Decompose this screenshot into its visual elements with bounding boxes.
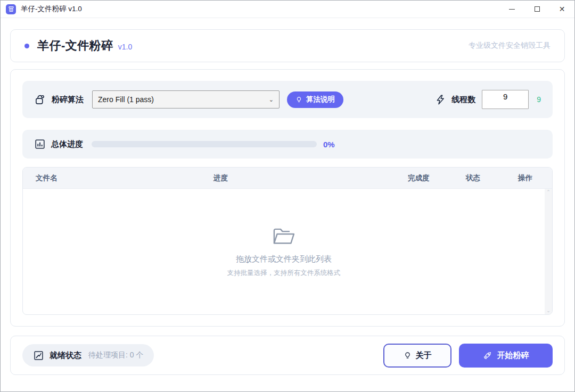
lightning-icon (435, 94, 446, 105)
app-logo-icon (6, 4, 16, 14)
window-title: 羊仔-文件粉碎 v1.0 (21, 4, 82, 14)
maximize-icon (535, 6, 540, 12)
empty-state-title: 拖放文件或文件夹到此列表 (236, 254, 332, 264)
minimize-button[interactable] (499, 1, 524, 18)
progress-bar (92, 141, 317, 147)
algorithm-select[interactable]: Zero Fill (1 pass) ⌄ (92, 90, 280, 109)
threads-input[interactable] (482, 90, 529, 109)
rocket-icon (483, 351, 492, 360)
title-bar: 羊仔-文件粉碎 v1.0 ✕ (1, 1, 574, 18)
about-button-label: 关于 (416, 351, 432, 361)
minimize-icon (509, 9, 515, 10)
version-label: v1.0 (118, 43, 132, 51)
column-filename: 文件名 (36, 173, 213, 183)
app-window: 羊仔-文件粉碎 v1.0 ✕ 羊仔-文件粉碎 v1.0 专业级文件安全销毁工具 (0, 0, 575, 392)
table-scrollbar[interactable]: ⌃ ⌄ (545, 189, 552, 314)
lock-icon (34, 94, 46, 106)
app-tagline: 专业级文件安全销毁工具 (469, 41, 551, 51)
algorithm-info-label: 算法说明 (306, 95, 335, 104)
status-chart-icon (33, 350, 44, 361)
close-icon: ✕ (559, 5, 565, 13)
table-header-row: 文件名 进度 完成度 状态 操作 (23, 168, 552, 189)
drop-zone[interactable]: 拖放文件或文件夹到此列表 支持批量选择，支持所有文件系统格式 (23, 189, 545, 314)
progress-label: 总体进度 (51, 139, 83, 149)
open-folder-icon (272, 226, 296, 247)
lightbulb-icon (404, 352, 412, 360)
scroll-down-icon[interactable]: ⌄ (546, 308, 551, 313)
scroll-up-icon[interactable]: ⌃ (546, 190, 551, 195)
column-completion: 完成度 (408, 173, 466, 183)
accent-dot-icon (24, 44, 29, 48)
algorithm-label: 粉碎算法 (52, 95, 84, 105)
footer-bar: 就绪状态 待处理项目: 0 个 关于 开始粉碎 (10, 336, 565, 375)
status-pill: 就绪状态 待处理项目: 0 个 (22, 344, 154, 366)
algorithm-info-button[interactable]: 算法说明 (287, 91, 343, 108)
close-button[interactable]: ✕ (549, 1, 574, 18)
algorithm-row: 粉碎算法 Zero Fill (1 pass) ⌄ 算法说明 线程数 (22, 81, 553, 118)
main-panel: 粉碎算法 Zero Fill (1 pass) ⌄ 算法说明 线程数 (10, 69, 565, 327)
chevron-down-icon: ⌄ (269, 96, 274, 103)
app-header: 羊仔-文件粉碎 v1.0 专业级文件安全销毁工具 (10, 29, 565, 62)
column-status: 状态 (466, 173, 518, 183)
empty-state-subtitle: 支持批量选择，支持所有文件系统格式 (227, 269, 341, 278)
lightbulb-icon (295, 96, 302, 103)
page-body: 羊仔-文件粉碎 v1.0 专业级文件安全销毁工具 粉碎算法 Zero Fill … (1, 18, 574, 391)
overall-progress-row: 总体进度 0% (22, 130, 553, 159)
column-action: 操作 (518, 173, 539, 183)
bar-chart-icon (34, 138, 46, 150)
about-button[interactable]: 关于 (383, 344, 451, 368)
threads-hint: 9 (537, 95, 541, 104)
algorithm-selected-option: Zero Fill (1 pass) (98, 95, 269, 104)
progress-percent: 0% (323, 140, 335, 149)
status-label: 就绪状态 (50, 351, 81, 361)
window-controls: ✕ (499, 1, 574, 18)
file-table[interactable]: 文件名 进度 完成度 状态 操作 拖放文件或文件夹到此列表 支持批量选择，支持所… (22, 167, 553, 315)
maximize-button[interactable] (524, 1, 549, 18)
shredder-icon (8, 6, 14, 12)
pending-count: 待处理项目: 0 个 (88, 351, 143, 360)
threads-label: 线程数 (451, 95, 475, 105)
page-title: 羊仔-文件粉碎 (37, 38, 113, 54)
column-progress: 进度 (213, 173, 408, 183)
start-button-label: 开始粉碎 (497, 351, 529, 361)
start-shred-button[interactable]: 开始粉碎 (459, 344, 553, 368)
